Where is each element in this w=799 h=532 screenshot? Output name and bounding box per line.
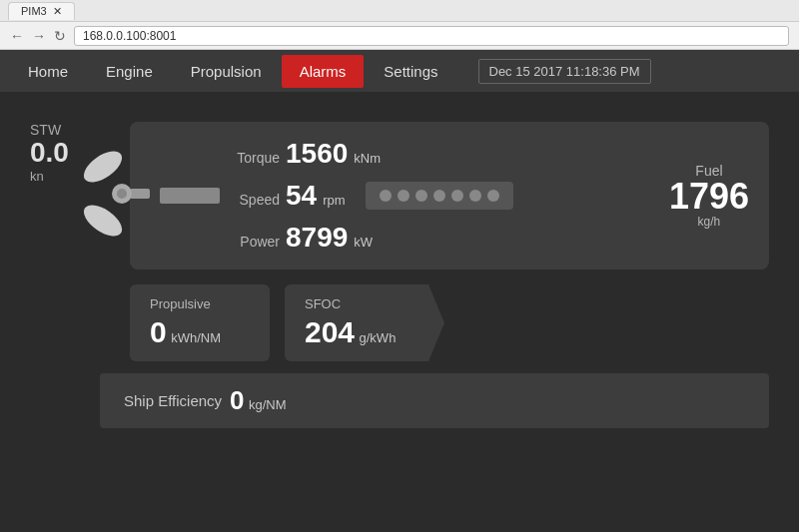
sfoc-label: SFOC [305,296,414,311]
torque-label: Torque [220,150,280,166]
propulsive-value: 0 kWh/NM [150,315,250,349]
rpm-indicator [366,182,513,210]
fuel-value: 1796 [669,179,749,215]
propulsive-unit: kWh/NM [171,330,221,345]
propulsive-label: Propulsive [150,296,250,311]
ship-eff-number: 0 [230,385,244,415]
power-value: 8799 [286,222,348,254]
propulsive-box: Propulsive 0 kWh/NM [130,284,270,361]
stw-label: STW [30,122,69,138]
ship-eff-label: Ship Efficiency [124,392,222,409]
torque-row: Torque 1560 kNm [220,138,649,170]
engine-background: Torque 1560 kNm Speed 54 rpm [130,122,769,269]
rpm-dot-5 [451,190,463,202]
tab-home[interactable]: Home [10,55,86,88]
browser-addressbar: ← → ↻ 168.0.0.100:8001 [0,22,799,50]
power-label: Power [220,234,280,250]
sfoc-box: SFOC 204 g/kWh [285,284,444,361]
refresh-icon[interactable]: ↻ [54,28,66,44]
bottom-panels: Propulsive 0 kWh/NM SFOC 204 g/kWh [130,284,769,361]
engine-diagram: Torque 1560 kNm Speed 54 rpm [130,122,769,269]
torque-unit: kNm [354,151,381,166]
rpm-dot-4 [433,190,445,202]
rpm-dot-1 [380,190,392,202]
ship-eff-unit: kg/NM [249,397,287,412]
ship-efficiency-panel: Ship Efficiency 0 kg/NM [100,373,769,428]
main-content: STW 0.0 kn [0,92,799,532]
sfoc-number: 204 [305,315,355,348]
tab-alarms[interactable]: Alarms [282,55,365,88]
address-text: 168.0.0.100:8001 [83,29,176,43]
stw-unit: kn [30,169,69,184]
tab-settings[interactable]: Settings [366,55,455,88]
engine-data: Torque 1560 kNm Speed 54 rpm [220,138,649,254]
torque-value: 1560 [286,138,348,170]
fuel-panel: Fuel 1796 kg/h [669,163,749,229]
power-row: Power 8799 kW [220,222,649,254]
fuel-unit: kg/h [669,215,749,229]
tab-title: PIM3 [21,5,47,17]
browser-titlebar: PIM3 ✕ [0,0,799,22]
sfoc-unit: g/kWh [360,330,397,345]
sfoc-value: 204 g/kWh [305,315,414,349]
tab-propulsion[interactable]: Propulsion [173,55,280,88]
power-unit: kW [354,235,373,250]
rpm-dot-2 [398,190,409,202]
nav-tabs: Home Engine Propulsion Alarms Settings D… [0,50,799,92]
rpm-dot-3 [415,190,427,202]
speed-row: Speed 54 rpm [220,180,346,212]
tab-engine[interactable]: Engine [88,55,171,88]
propulsive-number: 0 [150,315,167,348]
svg-point-4 [117,189,127,199]
shaft-line [160,188,220,204]
stw-panel: STW 0.0 kn [30,122,69,184]
svg-point-1 [79,145,128,188]
stw-value: 0.0 [30,138,69,169]
back-icon[interactable]: ← [10,28,24,44]
speed-unit: rpm [323,193,345,208]
speed-value: 54 [286,180,317,212]
rpm-dot-6 [469,190,481,202]
forward-icon[interactable]: → [32,28,46,44]
propeller-icon [75,129,150,263]
svg-point-2 [79,199,128,242]
timestamp: Dec 15 2017 11:18:36 PM [478,59,651,84]
svg-rect-0 [130,189,150,199]
speed-label: Speed [220,192,280,208]
ship-eff-value: 0 kg/NM [230,385,286,416]
rpm-dot-7 [487,190,499,202]
browser-tab[interactable]: PIM3 ✕ [8,2,75,20]
address-bar[interactable]: 168.0.0.100:8001 [74,26,789,46]
